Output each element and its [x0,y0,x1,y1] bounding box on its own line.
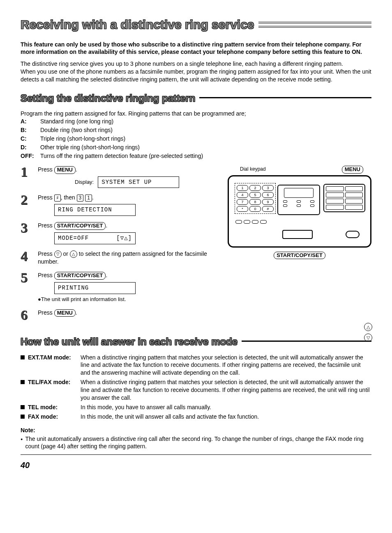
lcd-display: PRINTING [54,282,136,294]
pattern-key: A: [21,118,35,125]
step-text: Press [38,250,54,257]
step-text: . [92,194,94,201]
step-number: 5 [21,271,32,303]
pill-buttons [235,220,267,224]
section1-text: Setting the distinctive ringing pattern [21,92,195,105]
mode-label: TEL/FAX mode: [28,378,77,386]
note-text: The unit automatically answers a distinc… [25,435,371,451]
pattern-list: A:Standard ring (one long ring) B:Double… [21,118,371,160]
mode-fax: FAX mode: In this mode, the unit will an… [21,413,371,421]
step-text: . [76,166,77,173]
step-number: 1 [21,166,32,188]
pattern-key: OFF: [21,152,35,160]
intro-bold: This feature can only be used by those w… [21,41,371,56]
up-arrow-icon: △ [70,250,77,258]
start-copy-set-button: START/COPY/SET [54,222,106,230]
pattern-key: C: [21,135,35,143]
key-3: 3 [77,195,84,201]
dial-keypad-label: Dial keypad [240,166,266,174]
bullet-icon [21,415,25,419]
lcd-text: RING DETECTION [58,206,112,214]
pattern-key: B: [21,126,35,134]
page-title: Receiving with a distinctive ring servic… [21,16,371,33]
step-text: , then [61,194,77,201]
right-button-pad [323,184,365,212]
menu-button: MENU [54,166,76,174]
lcd-text: PRINTING [58,284,89,292]
section2-text: How the unit will answer in each receive… [21,335,238,348]
mode-tel: TEL mode: In this mode, you have to answ… [21,403,371,411]
step-text: Press [38,272,54,278]
footer-rule [21,454,371,455]
step-number: 2 [21,194,32,216]
mode-text: In this mode, the unit will answer all c… [81,413,371,421]
bullet-icon [21,355,25,359]
mode-text: When a distinctive ringing pattern that … [81,354,371,377]
pattern-val: Standard ring (one long ring) [40,118,113,125]
step-5: 5 Press START/COPY/SET. PRINTING ●The un… [21,271,219,303]
step-text: Press [38,194,54,201]
note-header: Note: [21,426,371,434]
lcd-text: SYSTEM SET UP [101,178,152,186]
up-arrow-icon: △ [364,323,372,331]
dial-keypad: 123 456 789 *0# [235,183,276,214]
step-text: Press [38,222,54,229]
title-text: Receiving with a distinctive ring servic… [21,16,254,33]
pattern-val: Turns off the ring pattern detection fea… [40,152,203,160]
step-text: Press [38,166,54,173]
mode-label: FAX mode: [28,413,77,421]
intro-regular: The distinctive ring service gives you u… [21,60,371,83]
section-rule [242,340,371,342]
step-6: 6 Press MENU. [21,309,219,322]
mode-label: EXT.TAM mode: [28,354,77,362]
down-arrow-icon: ▽ [364,334,372,342]
device-screen [277,185,320,215]
center-button [282,230,313,239]
section-rule [199,97,371,98]
bullet-icon [21,380,25,384]
menu-button-callout: MENU [342,166,363,174]
step-text: . [76,309,77,316]
device-body: 123 456 789 *0# [228,175,371,248]
knob [346,231,360,238]
device-diagram: Dial keypad MENU 123 456 789 *0# [228,166,371,327]
title-rule [258,22,371,28]
patterns-intro: Program the ring pattern assigned for fa… [21,110,371,118]
mode-text: When a distinctive ringing pattern that … [81,378,371,402]
menu-button: MENU [54,309,76,317]
mode-label: TEL mode: [28,403,77,411]
display-label: Display: [75,178,94,186]
pattern-key: D: [21,144,35,151]
hash-key: ♯ [54,195,61,201]
pattern-val: Double ring (two short rings) [40,126,113,134]
step-1: 1 Press MENU. Display: SYSTEM SET UP [21,166,219,188]
mode-ext-tam: EXT.TAM mode: When a distinctive ringing… [21,354,371,377]
step-number: 4 [21,250,32,266]
section-setting-pattern: Setting the distinctive ringing pattern [21,92,371,105]
lcd-text: MODE=OFF [58,234,89,242]
note-body: The unit automatically answers a distinc… [21,435,371,451]
step-text: or [63,250,70,257]
step-text: . [106,272,107,278]
pattern-val: Other triple ring (short-short-long ring… [40,144,140,151]
lcd-display: SYSTEM SET UP [98,176,179,188]
down-arrow-icon: ▽ [54,250,62,258]
start-copy-set-button: START/COPY/SET [54,272,106,280]
step-note: ●The unit will print an information list… [38,296,219,303]
step-number: 3 [21,222,32,244]
page-number: 40 [21,460,371,471]
lcd-display: MODE=OFF [▽△] [54,232,136,244]
lcd-display: RING DETECTION [54,204,136,216]
mode-tel-fax: TEL/FAX mode: When a distinctive ringing… [21,378,371,402]
step-3: 3 Press START/COPY/SET. MODE=OFF [▽△] [21,222,219,244]
bullet-icon [21,405,25,409]
step-text: . [106,222,107,229]
step-text: Press [38,309,54,316]
step-4: 4 Press ▽ or △ to select the ring patter… [21,250,219,266]
mode-text: In this mode, you have to answer all cal… [81,403,371,411]
step-2: 2 Press ♯, then 3 1. RING DETECTION [21,194,219,216]
step-number: 6 [21,309,32,322]
start-copy-set-callout: START/COPY/SET [274,252,325,260]
lcd-arrows: [▽△] [116,234,132,242]
key-1: 1 [85,195,92,201]
